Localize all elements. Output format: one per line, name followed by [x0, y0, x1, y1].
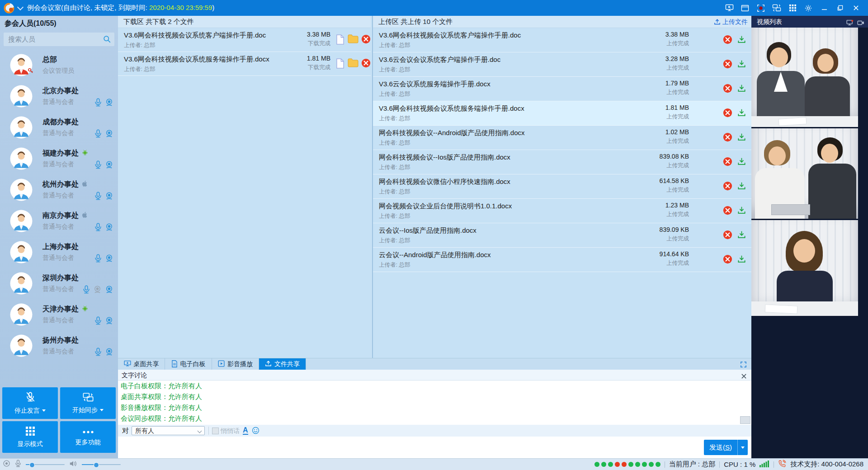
mic-icon[interactable]: [94, 192, 102, 202]
remove-file-icon[interactable]: [723, 132, 732, 144]
upload-file-row[interactable]: V3.6云会议系统服务端操作手册.docx上传者: 总部1.79 MB上传完成: [373, 77, 752, 101]
download-file-icon[interactable]: [737, 108, 746, 119]
camera-icon[interactable]: [105, 223, 113, 233]
participant-row[interactable]: 福建办事处普通与会者: [0, 143, 118, 174]
chevron-down-icon[interactable]: [17, 4, 24, 10]
remove-file-icon[interactable]: [723, 108, 732, 119]
message-compose-area[interactable]: 发送(S): [118, 437, 751, 458]
camera-icon[interactable]: [105, 348, 113, 358]
apps-grid-icon[interactable]: [787, 2, 798, 14]
participant-row[interactable]: 北京办事处普通与会者: [0, 81, 118, 112]
participant-row[interactable]: 杭州办事处普通与会者: [0, 174, 118, 206]
tab-file-share[interactable]: 文件共享: [259, 358, 306, 370]
upload-file-row[interactable]: 网会科技视频会议--Android版产品使用指南.docx上传者: 总部1.02…: [373, 126, 752, 150]
upload-file-row[interactable]: 网会科技视频会议微信小程序快速指南.docx上传者: 总部614.58 KB上传…: [373, 174, 752, 199]
mic-icon[interactable]: [94, 348, 102, 358]
upload-file-row[interactable]: V3.6云会议会议系统客户端操作手册.doc上传者: 总部3.28 MB上传完成: [373, 52, 752, 77]
remove-file-icon[interactable]: [723, 254, 732, 266]
open-file-icon[interactable]: [336, 34, 344, 47]
remove-file-icon[interactable]: [723, 157, 732, 168]
video-thumbnail-1[interactable]: [751, 28, 858, 127]
upload-file-link[interactable]: 上传文件: [714, 16, 748, 28]
minimize-icon[interactable]: [818, 2, 830, 14]
participant-row[interactable]: 深圳办事处普通与会者: [0, 268, 118, 299]
font-color-icon[interactable]: A: [243, 426, 248, 435]
mic-icon[interactable]: [94, 160, 102, 171]
tab-media-play[interactable]: 影音播放: [212, 358, 259, 370]
button-mic-off[interactable]: 停止发言: [2, 387, 58, 419]
mic-icon[interactable]: [94, 316, 102, 327]
remove-file-icon[interactable]: [723, 84, 732, 95]
chat-close-icon[interactable]: [741, 371, 748, 378]
upload-file-row[interactable]: 云会议--Ios版产品使用指南.docx上传者: 总部839.09 KB上传完成: [373, 223, 752, 248]
upload-file-row[interactable]: V3.6网会科技视频会议系统客户端操作手册.doc上传者: 总部3.38 MB上…: [373, 28, 752, 52]
camera-icon[interactable]: [105, 160, 113, 171]
emoji-icon[interactable]: [252, 427, 259, 434]
camera-icon[interactable]: [105, 316, 113, 327]
search-input[interactable]: 搜索人员: [4, 33, 114, 46]
download-file-icon[interactable]: [737, 182, 746, 192]
participant-row[interactable]: 总部会议管理员: [0, 50, 118, 81]
download-file-row[interactable]: V3.6网会科技视频会议系统客户端操作手册.doc上传者: 总部3.38 MB下…: [118, 28, 371, 52]
video-thumbnail-3[interactable]: [751, 220, 858, 316]
upload-file-row[interactable]: V3.6网会科技视频会议系统服务端操作手册.docx上传者: 总部1.81 MB…: [373, 101, 752, 126]
remove-file-icon[interactable]: [361, 58, 371, 70]
send-options-arrow[interactable]: [738, 446, 748, 449]
download-file-icon[interactable]: [737, 157, 746, 168]
extend-screen-icon[interactable]: [723, 2, 735, 14]
camera-icon[interactable]: [105, 98, 113, 108]
remove-file-icon[interactable]: [723, 59, 732, 70]
mic-icon[interactable]: [83, 285, 90, 296]
recipient-select[interactable]: 所有人: [132, 426, 205, 435]
download-file-icon[interactable]: [737, 230, 746, 241]
upload-file-row[interactable]: 网会视频会议企业后台使用说明书1.0.1.docx上传者: 总部1.23 MB上…: [373, 199, 752, 223]
participant-row[interactable]: 南京办事处普通与会者: [0, 206, 118, 237]
participant-row[interactable]: 天津办事处普通与会者: [0, 299, 118, 330]
window-mode-icon[interactable]: [739, 2, 751, 14]
button-more[interactable]: 更多功能: [60, 421, 116, 453]
open-folder-icon[interactable]: [348, 34, 359, 45]
close-icon[interactable]: [850, 2, 862, 14]
camera-icon[interactable]: [105, 285, 113, 296]
fullscreen-icon[interactable]: [740, 361, 747, 368]
mic-status-icon[interactable]: [15, 460, 21, 469]
settings-gear-icon[interactable]: [802, 2, 814, 14]
mic-icon[interactable]: [94, 223, 102, 233]
remove-file-icon[interactable]: [723, 35, 732, 46]
participant-row[interactable]: 扬州办事处普通与会者: [0, 330, 118, 362]
mic-icon[interactable]: [94, 129, 102, 140]
download-file-icon[interactable]: [737, 84, 746, 94]
speaker-volume-slider[interactable]: [82, 462, 121, 467]
send-button[interactable]: 发送(S): [704, 440, 748, 455]
download-file-icon[interactable]: [737, 35, 746, 46]
camera-icon[interactable]: [105, 254, 113, 264]
tab-desktop-share[interactable]: 桌面共享: [118, 358, 165, 370]
participant-row[interactable]: 上海办事处普通与会者: [0, 237, 118, 268]
video-thumbnail-2[interactable]: [751, 128, 858, 219]
remove-file-icon[interactable]: [723, 206, 732, 217]
camera-icon[interactable]: [857, 18, 864, 30]
whisper-checkbox[interactable]: [212, 428, 219, 434]
download-file-icon[interactable]: [737, 255, 746, 265]
mic-icon[interactable]: [94, 254, 102, 264]
remove-file-icon[interactable]: [361, 34, 371, 46]
chat-scrollbar[interactable]: [740, 416, 750, 424]
download-file-icon[interactable]: [737, 133, 746, 143]
record-icon[interactable]: [755, 2, 767, 14]
mic-icon[interactable]: [94, 98, 102, 108]
participant-row[interactable]: 成都办事处普通与会者: [0, 112, 118, 143]
search-icon[interactable]: [103, 35, 111, 45]
camera-off-icon[interactable]: [93, 285, 102, 296]
download-file-row[interactable]: V3.6网会科技视频会议系统服务端操作手册.docx上传者: 总部1.81 MB…: [118, 52, 371, 76]
open-folder-icon[interactable]: [348, 58, 359, 69]
download-file-icon[interactable]: [737, 206, 746, 216]
speaker-icon[interactable]: [69, 460, 77, 469]
remove-file-icon[interactable]: [723, 181, 732, 193]
camera-icon[interactable]: [105, 129, 113, 140]
upload-file-row[interactable]: 网会科技视频会议--Ios版产品使用指南.docx上传者: 总部839.08 K…: [373, 150, 752, 174]
remove-file-icon[interactable]: [723, 230, 732, 241]
camera-icon[interactable]: [105, 192, 113, 202]
upload-file-row[interactable]: 云会议--Android版产品使用指南.docx上传者: 总部914.64 KB…: [373, 248, 752, 272]
screen-share-icon[interactable]: [771, 2, 783, 14]
download-file-icon[interactable]: [737, 60, 746, 70]
